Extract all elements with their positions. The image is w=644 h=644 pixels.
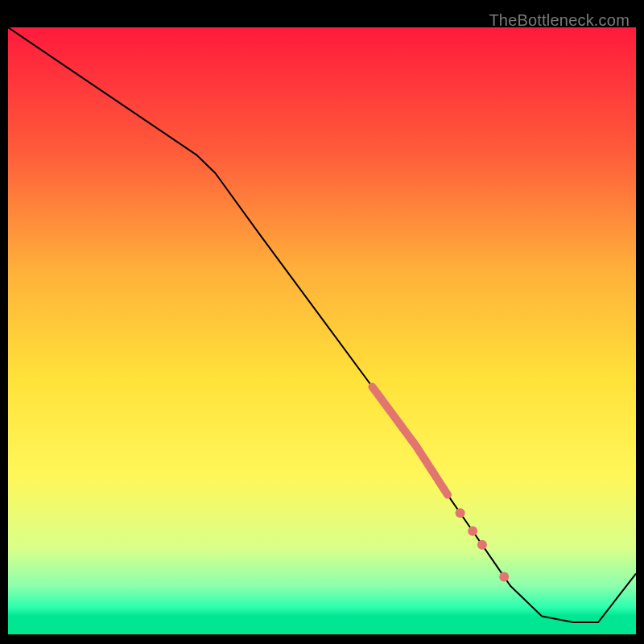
gradient-background <box>8 27 636 634</box>
highlight-point <box>477 540 487 550</box>
highlight-point <box>499 572 509 581</box>
chart-frame: TheBottleneck.com <box>8 8 636 636</box>
highlight-point <box>468 526 477 536</box>
chart-canvas <box>8 27 636 634</box>
plot-area <box>8 27 636 634</box>
highlight-point <box>456 508 465 518</box>
